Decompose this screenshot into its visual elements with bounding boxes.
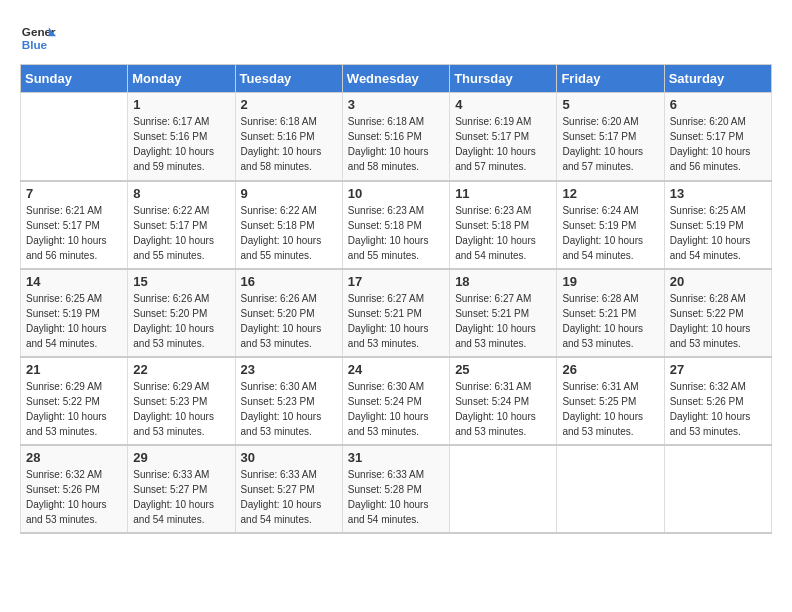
calendar-cell bbox=[21, 93, 128, 181]
calendar-cell: 31Sunrise: 6:33 AM Sunset: 5:28 PM Dayli… bbox=[342, 445, 449, 533]
calendar-cell: 7Sunrise: 6:21 AM Sunset: 5:17 PM Daylig… bbox=[21, 181, 128, 269]
day-number: 20 bbox=[670, 274, 766, 289]
day-number: 17 bbox=[348, 274, 444, 289]
day-number: 2 bbox=[241, 97, 337, 112]
day-number: 12 bbox=[562, 186, 658, 201]
day-info: Sunrise: 6:18 AM Sunset: 5:16 PM Dayligh… bbox=[241, 114, 337, 174]
calendar-cell: 18Sunrise: 6:27 AM Sunset: 5:21 PM Dayli… bbox=[450, 269, 557, 357]
day-info: Sunrise: 6:22 AM Sunset: 5:17 PM Dayligh… bbox=[133, 203, 229, 263]
calendar-cell bbox=[664, 445, 771, 533]
day-number: 31 bbox=[348, 450, 444, 465]
day-info: Sunrise: 6:33 AM Sunset: 5:27 PM Dayligh… bbox=[241, 467, 337, 527]
day-info: Sunrise: 6:20 AM Sunset: 5:17 PM Dayligh… bbox=[670, 114, 766, 174]
calendar-cell: 12Sunrise: 6:24 AM Sunset: 5:19 PM Dayli… bbox=[557, 181, 664, 269]
calendar-cell: 9Sunrise: 6:22 AM Sunset: 5:18 PM Daylig… bbox=[235, 181, 342, 269]
calendar-cell: 29Sunrise: 6:33 AM Sunset: 5:27 PM Dayli… bbox=[128, 445, 235, 533]
day-info: Sunrise: 6:28 AM Sunset: 5:22 PM Dayligh… bbox=[670, 291, 766, 351]
day-info: Sunrise: 6:31 AM Sunset: 5:24 PM Dayligh… bbox=[455, 379, 551, 439]
day-info: Sunrise: 6:25 AM Sunset: 5:19 PM Dayligh… bbox=[26, 291, 122, 351]
day-info: Sunrise: 6:26 AM Sunset: 5:20 PM Dayligh… bbox=[133, 291, 229, 351]
day-number: 23 bbox=[241, 362, 337, 377]
calendar-cell: 21Sunrise: 6:29 AM Sunset: 5:22 PM Dayli… bbox=[21, 357, 128, 445]
calendar-cell: 27Sunrise: 6:32 AM Sunset: 5:26 PM Dayli… bbox=[664, 357, 771, 445]
day-number: 28 bbox=[26, 450, 122, 465]
day-number: 15 bbox=[133, 274, 229, 289]
day-number: 26 bbox=[562, 362, 658, 377]
calendar-cell: 11Sunrise: 6:23 AM Sunset: 5:18 PM Dayli… bbox=[450, 181, 557, 269]
day-number: 8 bbox=[133, 186, 229, 201]
weekday-header-sunday: Sunday bbox=[21, 65, 128, 93]
day-info: Sunrise: 6:19 AM Sunset: 5:17 PM Dayligh… bbox=[455, 114, 551, 174]
calendar-cell: 15Sunrise: 6:26 AM Sunset: 5:20 PM Dayli… bbox=[128, 269, 235, 357]
day-number: 19 bbox=[562, 274, 658, 289]
svg-text:Blue: Blue bbox=[22, 38, 48, 51]
weekday-header-monday: Monday bbox=[128, 65, 235, 93]
calendar-cell: 10Sunrise: 6:23 AM Sunset: 5:18 PM Dayli… bbox=[342, 181, 449, 269]
day-info: Sunrise: 6:25 AM Sunset: 5:19 PM Dayligh… bbox=[670, 203, 766, 263]
calendar-cell: 23Sunrise: 6:30 AM Sunset: 5:23 PM Dayli… bbox=[235, 357, 342, 445]
calendar-cell: 8Sunrise: 6:22 AM Sunset: 5:17 PM Daylig… bbox=[128, 181, 235, 269]
day-number: 18 bbox=[455, 274, 551, 289]
calendar-cell: 25Sunrise: 6:31 AM Sunset: 5:24 PM Dayli… bbox=[450, 357, 557, 445]
calendar-cell: 20Sunrise: 6:28 AM Sunset: 5:22 PM Dayli… bbox=[664, 269, 771, 357]
day-number: 14 bbox=[26, 274, 122, 289]
day-number: 5 bbox=[562, 97, 658, 112]
day-number: 3 bbox=[348, 97, 444, 112]
weekday-header-tuesday: Tuesday bbox=[235, 65, 342, 93]
day-info: Sunrise: 6:23 AM Sunset: 5:18 PM Dayligh… bbox=[455, 203, 551, 263]
calendar-cell: 24Sunrise: 6:30 AM Sunset: 5:24 PM Dayli… bbox=[342, 357, 449, 445]
weekday-header-wednesday: Wednesday bbox=[342, 65, 449, 93]
calendar-cell: 16Sunrise: 6:26 AM Sunset: 5:20 PM Dayli… bbox=[235, 269, 342, 357]
day-info: Sunrise: 6:33 AM Sunset: 5:27 PM Dayligh… bbox=[133, 467, 229, 527]
day-info: Sunrise: 6:32 AM Sunset: 5:26 PM Dayligh… bbox=[26, 467, 122, 527]
calendar-cell: 17Sunrise: 6:27 AM Sunset: 5:21 PM Dayli… bbox=[342, 269, 449, 357]
logo: General Blue bbox=[20, 20, 60, 56]
calendar-cell: 4Sunrise: 6:19 AM Sunset: 5:17 PM Daylig… bbox=[450, 93, 557, 181]
day-info: Sunrise: 6:30 AM Sunset: 5:23 PM Dayligh… bbox=[241, 379, 337, 439]
calendar-cell: 22Sunrise: 6:29 AM Sunset: 5:23 PM Dayli… bbox=[128, 357, 235, 445]
calendar-cell: 2Sunrise: 6:18 AM Sunset: 5:16 PM Daylig… bbox=[235, 93, 342, 181]
day-info: Sunrise: 6:24 AM Sunset: 5:19 PM Dayligh… bbox=[562, 203, 658, 263]
day-info: Sunrise: 6:29 AM Sunset: 5:22 PM Dayligh… bbox=[26, 379, 122, 439]
weekday-header-saturday: Saturday bbox=[664, 65, 771, 93]
day-info: Sunrise: 6:27 AM Sunset: 5:21 PM Dayligh… bbox=[455, 291, 551, 351]
day-number: 4 bbox=[455, 97, 551, 112]
calendar-cell: 5Sunrise: 6:20 AM Sunset: 5:17 PM Daylig… bbox=[557, 93, 664, 181]
day-number: 11 bbox=[455, 186, 551, 201]
day-number: 25 bbox=[455, 362, 551, 377]
day-number: 10 bbox=[348, 186, 444, 201]
calendar-cell: 30Sunrise: 6:33 AM Sunset: 5:27 PM Dayli… bbox=[235, 445, 342, 533]
day-info: Sunrise: 6:21 AM Sunset: 5:17 PM Dayligh… bbox=[26, 203, 122, 263]
day-number: 30 bbox=[241, 450, 337, 465]
weekday-header-thursday: Thursday bbox=[450, 65, 557, 93]
day-info: Sunrise: 6:33 AM Sunset: 5:28 PM Dayligh… bbox=[348, 467, 444, 527]
day-number: 7 bbox=[26, 186, 122, 201]
calendar-cell bbox=[557, 445, 664, 533]
calendar-cell: 28Sunrise: 6:32 AM Sunset: 5:26 PM Dayli… bbox=[21, 445, 128, 533]
day-info: Sunrise: 6:29 AM Sunset: 5:23 PM Dayligh… bbox=[133, 379, 229, 439]
day-number: 21 bbox=[26, 362, 122, 377]
day-number: 1 bbox=[133, 97, 229, 112]
day-number: 24 bbox=[348, 362, 444, 377]
day-info: Sunrise: 6:23 AM Sunset: 5:18 PM Dayligh… bbox=[348, 203, 444, 263]
day-info: Sunrise: 6:32 AM Sunset: 5:26 PM Dayligh… bbox=[670, 379, 766, 439]
day-info: Sunrise: 6:18 AM Sunset: 5:16 PM Dayligh… bbox=[348, 114, 444, 174]
calendar-cell: 6Sunrise: 6:20 AM Sunset: 5:17 PM Daylig… bbox=[664, 93, 771, 181]
day-number: 27 bbox=[670, 362, 766, 377]
day-info: Sunrise: 6:31 AM Sunset: 5:25 PM Dayligh… bbox=[562, 379, 658, 439]
day-number: 16 bbox=[241, 274, 337, 289]
day-info: Sunrise: 6:27 AM Sunset: 5:21 PM Dayligh… bbox=[348, 291, 444, 351]
day-number: 13 bbox=[670, 186, 766, 201]
day-number: 6 bbox=[670, 97, 766, 112]
calendar-table: SundayMondayTuesdayWednesdayThursdayFrid… bbox=[20, 64, 772, 534]
day-number: 9 bbox=[241, 186, 337, 201]
calendar-cell: 19Sunrise: 6:28 AM Sunset: 5:21 PM Dayli… bbox=[557, 269, 664, 357]
day-number: 29 bbox=[133, 450, 229, 465]
day-info: Sunrise: 6:17 AM Sunset: 5:16 PM Dayligh… bbox=[133, 114, 229, 174]
calendar-cell: 14Sunrise: 6:25 AM Sunset: 5:19 PM Dayli… bbox=[21, 269, 128, 357]
weekday-header-friday: Friday bbox=[557, 65, 664, 93]
day-info: Sunrise: 6:26 AM Sunset: 5:20 PM Dayligh… bbox=[241, 291, 337, 351]
calendar-cell: 1Sunrise: 6:17 AM Sunset: 5:16 PM Daylig… bbox=[128, 93, 235, 181]
day-info: Sunrise: 6:20 AM Sunset: 5:17 PM Dayligh… bbox=[562, 114, 658, 174]
day-number: 22 bbox=[133, 362, 229, 377]
